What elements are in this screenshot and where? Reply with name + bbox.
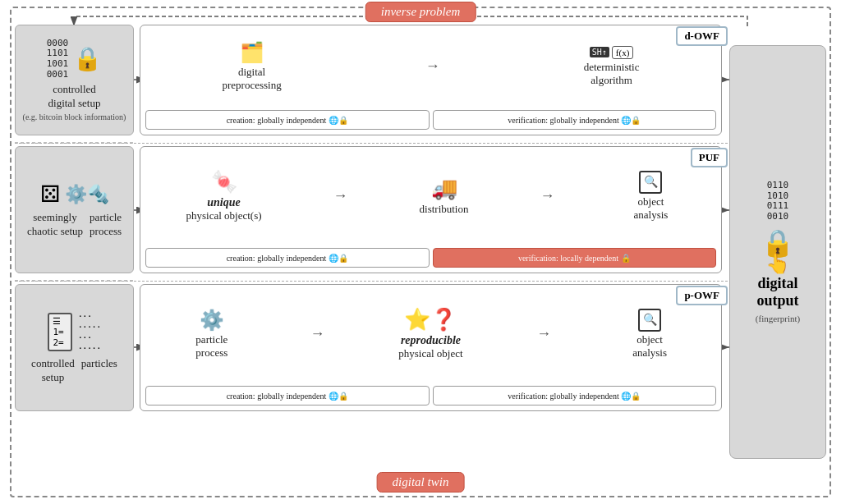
powf-tag: p-OWF (676, 286, 728, 305)
candy-ball-icon: 🍬 (211, 169, 237, 195)
gear-cluster-icon: ⚙️🔩 (65, 184, 109, 205)
scan-icon-row3: 🔍 (638, 309, 661, 332)
row2-creation: creation: globally independent 🌐🔒 (145, 248, 430, 268)
checklist-icon: ☰1=2= (48, 313, 72, 352)
row2-cv-bar: creation: globally independent 🌐🔒 verifi… (145, 248, 716, 268)
row3-title-right: particles (81, 357, 117, 385)
layers-icon: 🗂️ (240, 41, 264, 64)
row3-content: ⚙️ particleprocess → ⭐❓ reproduciblephys… (145, 288, 716, 379)
left-section-row3: ☰1=2= ················ controlledsetup p… (15, 284, 134, 411)
row3-icons: ☰1=2= ················ (48, 311, 100, 354)
row1-flow-box: 🗂️ digitalpreprocessing → SH↑ f(x) deter… (140, 25, 722, 135)
particle-cloud-icon: ················ (77, 311, 100, 354)
row3-creation: creation: globally independent 🌐🔒 (145, 386, 430, 405)
digital-twin-label: digital twin (377, 472, 465, 493)
row1-step1: 🗂️ digitalpreprocessing (222, 41, 281, 92)
row3-step1: ⚙️ particleprocess (187, 309, 237, 360)
gears-icon-row3: ⚙️ (200, 309, 224, 332)
row3-step3: 🔍 objectanalysis (625, 309, 674, 360)
row3-cv-bar: creation: globally independent 🌐🔒 verifi… (145, 386, 716, 405)
row2-step1: 🍬 uniquephysical object(s) (186, 169, 261, 222)
output-title: digitaloutput (756, 275, 798, 310)
row1-creation: creation: globally independent 🌐🔒 (145, 110, 430, 130)
row1-verification: verification: globally independent 🌐🔒 (433, 110, 717, 130)
inverse-problem-label: inverse problem (365, 2, 476, 22)
row2-title-right: particleprocess (90, 211, 122, 239)
row2-step3: 🔍 objectanalysis (626, 171, 675, 222)
output-subtitle: (fingerprint) (756, 314, 800, 323)
right-output-box: 0110101001110010 🔒 👆 digitaloutput (fing… (729, 45, 826, 459)
lock-fingerprint-icon: 🔒 (73, 48, 102, 71)
row2-step2: 🚚 distribution (420, 176, 469, 216)
row3-step2: ⭐❓ reproduciblephysical object (398, 307, 462, 360)
row1-icons: 0000110110010001 🔒 (47, 39, 103, 80)
sha-fx-icon: SH↑ f(x) (590, 46, 634, 59)
row2-content: 🍬 uniquephysical object(s) → 🚚 distribut… (145, 150, 716, 241)
row1-content: 🗂️ digitalpreprocessing → SH↑ f(x) deter… (145, 29, 716, 103)
row3-arrow1: → (310, 325, 325, 342)
binary-icon: 0000110110010001 (47, 39, 69, 80)
left-section-row1: 0000110110010001 🔒 controlleddigital set… (15, 25, 134, 135)
row3-title-left: controlledsetup (31, 357, 75, 385)
row3-arrow2: → (536, 325, 551, 342)
row1-step2: SH↑ f(x) deterministicalgorithm (584, 46, 640, 87)
row-sep-1 (15, 143, 826, 144)
row1-title: controlleddigital setup (48, 83, 101, 111)
row2-arrow1: → (333, 187, 348, 204)
row3-flow-box: ⚙️ particleprocess → ⭐❓ reproduciblephys… (140, 284, 722, 411)
row-sep-2 (15, 281, 826, 282)
row2-verification: verification: locally dependent 🔒 (433, 248, 717, 268)
row2-title-left: seeminglychaotic setup (27, 211, 83, 239)
dowf-tag: d-OWF (676, 26, 728, 46)
diagram-container: inverse problem digital twin (0, 0, 841, 504)
dice-icon: ⚄ (40, 181, 60, 208)
puf-tag: PUF (691, 148, 728, 167)
row2-flow-box: 🍬 uniquephysical object(s) → 🚚 distribut… (140, 146, 722, 273)
binary-output-top: 0110101001110010 (767, 181, 789, 222)
left-section-row2: ⚄ ⚙️🔩 seeminglychaotic setup particlepro… (15, 146, 134, 273)
scan-icon-row2: 🔍 (639, 171, 662, 194)
row1-arrow1: → (425, 57, 440, 75)
fingerprint-icon-output: 👆 (765, 252, 790, 275)
row2-arrow2: → (540, 187, 555, 204)
row1-subtitle: (e.g. bitcoin block information) (23, 112, 126, 121)
star-question-icon: ⭐❓ (404, 307, 457, 332)
row2-icons: ⚄ ⚙️🔩 (40, 181, 109, 208)
truck-icon: 🚚 (431, 176, 457, 201)
row1-cv-bar: creation: globally independent 🌐🔒 verifi… (145, 110, 716, 130)
row3-verification: verification: globally independent 🌐🔒 (433, 386, 717, 405)
